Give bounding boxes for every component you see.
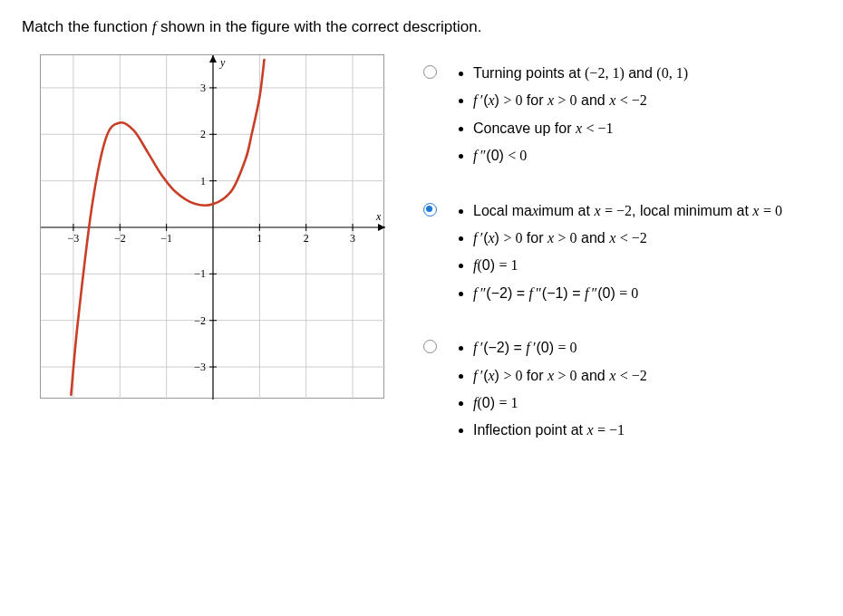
svg-text:−3: −3 [68,232,80,245]
svg-text:2: 2 [200,128,206,140]
option-item: f(0) = 1 [473,393,647,413]
option-text: Turning points at (−2, 1) and (0, 1) [473,65,688,81]
svg-marker-15 [209,55,217,63]
option-bullets: f ′(−2) = f ′(0) = 0f ′(x) > 0 for x > 0… [457,338,647,448]
option-item: f ″(0) < 0 [473,146,688,166]
svg-text:1: 1 [257,232,262,245]
option-item: f ′(−2) = f ′(0) = 0 [473,338,647,358]
question-prompt: Match the function f shown in the figure… [22,18,821,36]
option-item: f ″(−2) = f ″(−1) = f ″(0) = 0 [473,284,782,303]
answer-options: Turning points at (−2, 1) and (0, 1)f ′(… [421,54,821,476]
option-text: f(0) = 1 [473,257,518,273]
option-item: Inflection point at x = −1 [473,420,647,440]
svg-text:3: 3 [200,82,206,94]
svg-text:y: y [219,56,226,69]
option-text: f(0) = 1 [473,395,518,410]
option-bullets: Turning points at (−2, 1) and (0, 1)f ′(… [457,63,688,174]
option-bullets: Local maximum at x = −2, local minimum a… [457,201,782,312]
option-text: f ′(x) > 0 for x > 0 and x < −2 [473,230,647,245]
option-text: f ″(0) < 0 [473,148,527,163]
figure-container: −3−2−1123−3−2−1123xy [22,54,384,399]
svg-text:1: 1 [200,175,206,188]
option-text: f ′(−2) = f ′(0) = 0 [473,340,577,355]
svg-text:−1: −1 [194,267,206,280]
svg-text:−1: −1 [160,232,172,245]
option-text: Local maximum at x = −2, local minimum a… [473,203,782,218]
option-item: Turning points at (−2, 1) and (0, 1) [473,63,688,83]
radio-holder [421,338,439,448]
svg-marker-14 [378,224,385,231]
radio-holder [421,201,439,312]
function-graph: −3−2−1123−3−2−1123xy [40,54,384,399]
option-text: f ′(x) > 0 for x > 0 and x < −2 [473,368,647,383]
option-item: f ′(x) > 0 for x > 0 and x < −2 [473,91,688,111]
svg-text:3: 3 [350,232,355,245]
svg-text:−3: −3 [194,361,206,373]
svg-text:−2: −2 [114,232,126,245]
option-item: f ′(x) > 0 for x > 0 and x < −2 [473,228,782,248]
option-text: Concave up for x < −1 [473,120,614,136]
option-text: f ′(x) > 0 for x > 0 and x < −2 [473,92,647,108]
option-1: Local maximum at x = −2, local minimum a… [421,201,821,312]
option-radio-1[interactable] [423,203,437,217]
svg-text:−2: −2 [194,314,206,327]
radio-holder [421,63,439,174]
option-text: Inflection point at x = −1 [473,422,625,438]
prompt-after: shown in the figure with the correct des… [156,18,481,35]
option-item: Concave up for x < −1 [473,119,688,139]
svg-text:2: 2 [304,232,309,245]
option-item: Local maximum at x = −2, local minimum a… [473,201,782,221]
option-item: f(0) = 1 [473,255,782,275]
svg-text:x: x [375,210,382,223]
option-text: f ″(−2) = f ″(−1) = f ″(0) = 0 [473,285,638,301]
option-radio-2[interactable] [423,340,437,353]
option-0: Turning points at (−2, 1) and (0, 1)f ′(… [421,63,821,174]
option-2: f ′(−2) = f ′(0) = 0f ′(x) > 0 for x > 0… [421,338,821,448]
option-item: f ′(x) > 0 for x > 0 and x < −2 [473,366,647,386]
prompt-before: Match the function [22,18,152,35]
option-radio-0[interactable] [423,65,437,79]
